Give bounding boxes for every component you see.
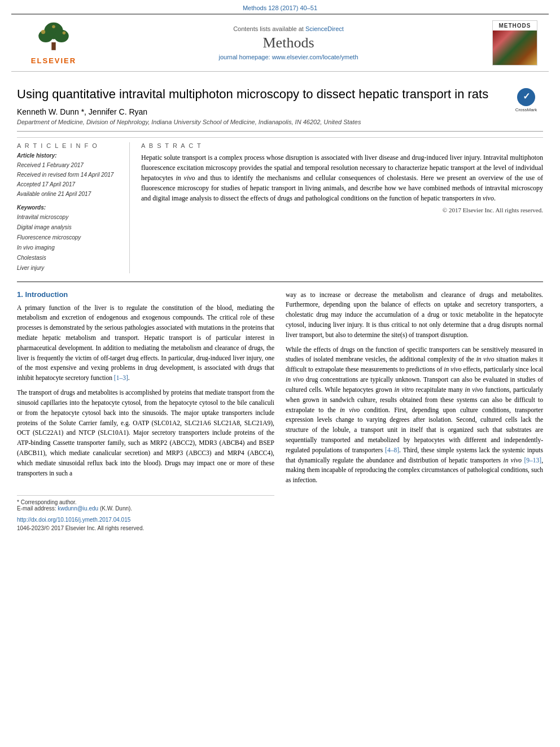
cite-4-8: [4–8] (385, 447, 399, 453)
svg-rect-3 (51, 42, 55, 50)
article-info-row: A R T I C L E I N F O Article history: R… (17, 137, 543, 273)
keywords-label: Keywords: (17, 204, 120, 211)
sciencedirect-link[interactable]: ScienceDirect (305, 25, 344, 32)
right-column: way as to increase or decrease the metab… (286, 290, 543, 532)
journal-center: Contents lists available at ScienceDirec… (85, 25, 492, 60)
article-info-heading: A R T I C L E I N F O (17, 142, 120, 149)
cite-9-13: [9–13] (524, 457, 541, 464)
footnote-line: * Corresponding author. (17, 499, 274, 505)
page: Methods 128 (2017) 40–51 ELSEVIER Conten… (0, 0, 560, 747)
svg-point-1 (38, 29, 53, 42)
crossmark-badge: ✓ CrossMark (509, 86, 543, 115)
sciencedirect-line: Contents lists available at ScienceDirec… (85, 25, 492, 32)
accepted-date: Accepted 17 April 2017 (17, 180, 120, 189)
crossmark-label: CrossMark (515, 107, 537, 113)
invivo-7: in vivo (340, 407, 360, 413)
email-line: E-mail address: kwdunn@iu.edu (K.W. Dunn… (17, 505, 274, 512)
svg-point-2 (54, 29, 69, 42)
right-para-2: While the effects of drugs on the functi… (286, 345, 543, 486)
article-title-text: Using quantitative intravital multiphoto… (17, 87, 488, 101)
online-date: Available online 21 April 2017 (17, 189, 120, 199)
methods-cover-label: METHODS (493, 21, 537, 30)
svg-point-5 (63, 31, 66, 34)
history-label: Article history: (17, 152, 120, 159)
article-body: Using quantitative intravital multiphoto… (0, 72, 560, 543)
methods-cover-image: METHODS (492, 20, 537, 65)
keywords-list: Intravital microscopy Digital image anal… (17, 212, 120, 273)
invivo-6: in vivo (465, 386, 483, 393)
received-date: Received 1 February 2017 (17, 160, 120, 170)
invivo-4: in vivo (444, 366, 461, 373)
email-suffix: (K.W. Dunn). (100, 505, 132, 512)
article-info-left: A R T I C L E I N F O Article history: R… (17, 142, 130, 273)
svg-point-6 (52, 25, 55, 28)
invivo-5: in vivo (286, 376, 304, 383)
invivo-8: in vivo (503, 457, 522, 464)
keyword-6: Liver injury (17, 263, 120, 273)
crossmark-icon: ✓ (517, 88, 535, 106)
contents-text: Contents lists available at (233, 25, 304, 32)
abstract-copyright: © 2017 Elsevier Inc. All rights reserved… (141, 207, 543, 213)
methods-cover-artwork (493, 30, 537, 65)
doi-link[interactable]: http://dx.doi.org/10.1016/j.ymeth.2017.0… (17, 517, 130, 523)
main-body: 1. Introduction A primary function of th… (17, 281, 543, 532)
email-label: E-mail address: (17, 505, 56, 512)
journal-title: Methods (85, 34, 492, 51)
journal-homepage: journal homepage: www.elsevier.com/locat… (85, 54, 492, 60)
right-para-1: way as to increase or decrease the metab… (286, 290, 543, 340)
cite-1-3: [1–3] (114, 374, 128, 381)
invivo-3: in vivo (476, 356, 495, 362)
elsevier-logo: ELSEVIER (23, 21, 85, 65)
intro-para-1: A primary function of the liver is to re… (17, 303, 274, 384)
journal-reference: Methods 128 (2017) 40–51 (0, 0, 560, 14)
article-title-container: Using quantitative intravital multiphoto… (17, 86, 543, 103)
elsevier-brand-text: ELSEVIER (31, 56, 76, 65)
article-divider (17, 131, 543, 132)
abstract-text: Hepatic solute transport is a complex pr… (141, 152, 543, 203)
left-column: 1. Introduction A primary function of th… (17, 290, 274, 532)
introduction-heading: 1. Introduction (17, 290, 274, 299)
keyword-4: In vivo imaging (17, 243, 120, 253)
elsevier-tree-icon (31, 21, 76, 55)
journal-header: ELSEVIER Contents lists available at Sci… (11, 14, 549, 72)
abstract-in-vivo-1: in vivo (176, 174, 195, 182)
abstract-in-vivo-2: in vivo (476, 194, 494, 202)
article-dates: Received 1 February 2017 Received in rev… (17, 160, 120, 199)
authors-text: Kenneth W. Dunn *, Jennifer C. Ryan (17, 107, 147, 116)
email-link[interactable]: kwdunn@iu.edu (58, 505, 98, 512)
journal-ref-text: Methods 128 (2017) 40–51 (243, 5, 317, 11)
article-abstract: A B S T R A C T Hepatic solute transport… (141, 142, 543, 273)
abstract-heading: A B S T R A C T (141, 142, 543, 149)
intro-para-2: The transport of drugs and metabolites i… (17, 388, 274, 478)
keyword-1: Intravital microscopy (17, 212, 120, 222)
footer-area: * Corresponding author. E-mail address: … (17, 495, 274, 531)
svg-point-4 (41, 29, 45, 33)
issn-line: 1046-2023/© 2017 Elsevier Inc. All right… (17, 525, 274, 531)
keyword-5: Cholestasis (17, 253, 120, 263)
keyword-2: Digital image analysis (17, 222, 120, 233)
author-affiliation: Department of Medicine, Division of Neph… (17, 119, 543, 125)
keyword-3: Fluorescence microscopy (17, 233, 120, 243)
authors-line: Kenneth W. Dunn *, Jennifer C. Ryan (17, 107, 543, 116)
revised-date: Received in revised form 14 April 2017 (17, 170, 120, 180)
invitro-1: in vitro (395, 386, 414, 393)
footnote-star: * Corresponding author. (17, 499, 77, 505)
